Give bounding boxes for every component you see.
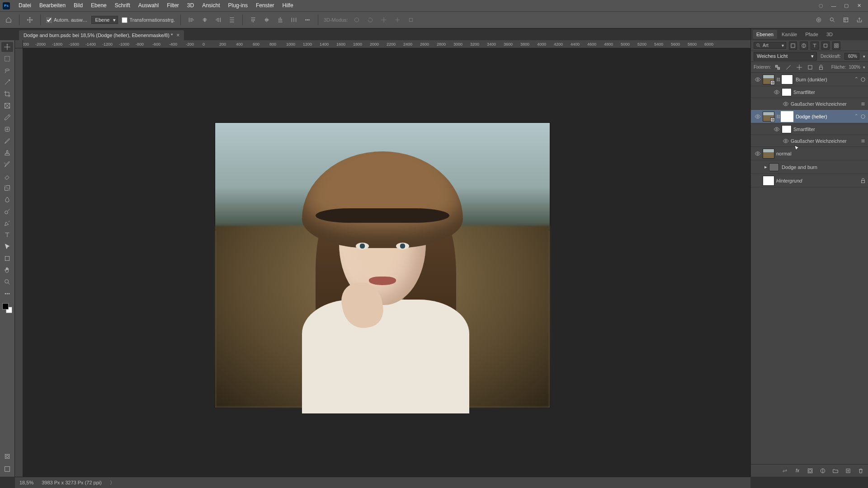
search-icon[interactable] [827, 15, 837, 25]
smart-filters-icon[interactable] [860, 113, 866, 120]
filter-settings-icon[interactable] [860, 101, 866, 107]
layer-thumb[interactable] [763, 149, 774, 159]
align-top-icon[interactable] [248, 15, 258, 25]
workspace-icon[interactable] [841, 15, 851, 25]
document-tab[interactable]: Dodge and burn.psdc bei 18,5% (Dodge (he… [19, 30, 184, 40]
visibility-toggle[interactable] [753, 113, 763, 120]
lock-image-icon[interactable] [784, 63, 793, 71]
filter-visibility-toggle[interactable] [772, 126, 782, 132]
healing-brush-tool[interactable] [1, 124, 13, 134]
minimize-button[interactable]: — [827, 1, 840, 10]
align-hcenter-icon[interactable] [200, 15, 210, 25]
distribute-v-icon[interactable] [289, 15, 299, 25]
filters-collapse-icon[interactable]: ⌃ [854, 76, 858, 83]
lock-transparency-icon[interactable] [774, 63, 782, 71]
ruler-origin[interactable] [15, 40, 23, 48]
history-brush-tool[interactable] [1, 160, 13, 169]
menu-plug-ins[interactable]: Plug-ins [224, 2, 252, 9]
layer-bg[interactable]: Hintergrund [751, 174, 868, 188]
menu-datei[interactable]: Datei [14, 2, 35, 9]
cloud-icon[interactable]: ◌ [815, 1, 827, 10]
panel-tab-pfade[interactable]: Pfade [802, 30, 822, 39]
screen-mode-icon[interactable] [1, 464, 13, 474]
filter-settings-icon[interactable] [860, 138, 866, 144]
lasso-tool[interactable] [1, 66, 13, 75]
path-select-tool[interactable] [1, 242, 13, 252]
layer-burn_sf[interactable]: Smartfilter [751, 86, 868, 98]
lock-artboard-icon[interactable] [806, 63, 814, 71]
fill-value[interactable]: 100% [849, 65, 860, 70]
crop-tool[interactable] [1, 89, 13, 99]
panel-tab-3d[interactable]: 3D [823, 30, 836, 39]
align-right-icon[interactable] [213, 15, 223, 25]
panel-tab-ebenen[interactable]: Ebenen [753, 30, 777, 39]
zoom-level[interactable]: 18,5% [19, 480, 33, 485]
auto-select-checkbox[interactable]: Autom. ausw… [46, 17, 88, 23]
menu-bearbeiten[interactable]: Bearbeiten [35, 2, 70, 9]
edit-toolbar-icon[interactable] [1, 289, 13, 299]
gradient-tool[interactable] [1, 183, 13, 193]
align-left-icon[interactable] [186, 15, 196, 25]
lock-position-icon[interactable] [795, 63, 803, 71]
frame-tool[interactable] [1, 101, 13, 111]
quick-mask-icon[interactable] [1, 451, 13, 461]
menu-auswahl[interactable]: Auswahl [134, 2, 163, 9]
auto-select-target-dropdown[interactable]: Ebene ▾ [91, 16, 118, 24]
menu-filter[interactable]: Filter [163, 2, 183, 9]
menu-bild[interactable]: Bild [70, 2, 87, 9]
eraser-tool[interactable] [1, 171, 13, 181]
eyedropper-tool[interactable] [1, 113, 13, 122]
pen-tool[interactable] [1, 218, 13, 228]
transform-controls-checkbox[interactable]: Transformationsstrg. [122, 17, 175, 23]
layer-burn_gb[interactable]: Gaußscher Weichzeichner [751, 98, 868, 110]
menu-hilfe[interactable]: Hilfe [278, 2, 297, 9]
brush-tool[interactable] [1, 136, 13, 146]
align-bottom-icon[interactable] [275, 15, 285, 25]
panel-tab-kanäle[interactable]: Kanäle [778, 30, 801, 39]
canvas-area[interactable] [23, 48, 750, 477]
layer-group[interactable]: ▸Dodge and burn [751, 160, 868, 174]
layer-dodge[interactable]: ▧⛓Dodge (heller)⌃ [751, 110, 868, 123]
rectangle-tool[interactable] [1, 253, 13, 263]
filter-pixel-icon[interactable] [789, 42, 797, 50]
layer-dodge_sf[interactable]: Smartfilter [751, 123, 868, 135]
layer-fx-icon[interactable]: fx [794, 467, 801, 474]
visibility-toggle[interactable] [753, 150, 763, 157]
expand-group-toggle[interactable]: ▸ [763, 164, 769, 170]
filter-adjust-icon[interactable] [800, 42, 808, 50]
clone-stamp-tool[interactable] [1, 148, 13, 158]
layer-normal[interactable]: normal [751, 147, 868, 160]
hand-tool[interactable] [1, 265, 13, 275]
adjustment-layer-icon[interactable] [819, 467, 826, 474]
zoom-tool[interactable] [1, 277, 13, 287]
layer-mask-icon[interactable] [807, 467, 814, 474]
cloud-docs-icon[interactable] [814, 15, 824, 25]
link-mask-icon[interactable]: ⛓ [776, 77, 780, 82]
share-icon[interactable] [854, 15, 864, 25]
move-tool[interactable] [1, 42, 13, 52]
opacity-value[interactable]: 60% [844, 53, 859, 60]
menu-schrift[interactable]: Schrift [111, 2, 134, 9]
layer-thumb[interactable]: ▧ [763, 75, 774, 84]
close-tab-icon[interactable]: × [176, 32, 179, 38]
blur-tool[interactable] [1, 195, 13, 205]
visibility-toggle[interactable] [753, 76, 763, 83]
filter-mask-thumb[interactable] [782, 88, 792, 96]
filters-collapse-icon[interactable]: ⌃ [854, 113, 858, 120]
filter-mask-thumb[interactable] [782, 125, 792, 133]
filter-visibility-toggle[interactable] [781, 101, 791, 107]
close-window-button[interactable]: ✕ [853, 1, 865, 10]
marquee-tool[interactable] [1, 54, 13, 64]
align-vcenter-icon[interactable] [262, 15, 272, 25]
delete-layer-icon[interactable] [857, 467, 864, 474]
filter-type-icon[interactable] [811, 42, 819, 50]
layer-thumb[interactable] [763, 176, 774, 186]
maximize-button[interactable]: ▢ [840, 1, 853, 10]
type-tool[interactable] [1, 230, 13, 240]
home-button[interactable] [4, 15, 14, 25]
filter-smart-icon[interactable] [832, 42, 840, 50]
menu-3d[interactable]: 3D [183, 2, 198, 9]
magic-wand-tool[interactable] [1, 77, 13, 87]
more-align-icon[interactable] [302, 15, 312, 25]
distribute-h-icon[interactable] [227, 15, 237, 25]
